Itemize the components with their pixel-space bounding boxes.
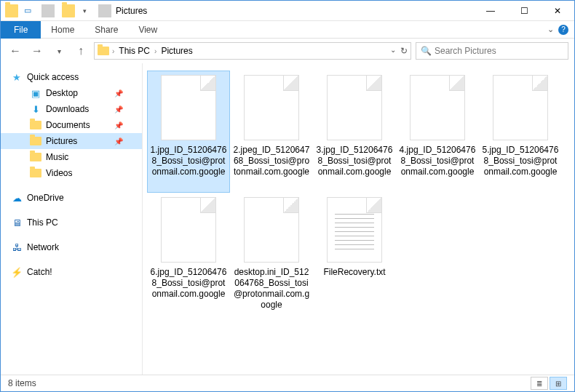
large-icons-view-button[interactable]: ⊞ xyxy=(550,377,567,390)
desktop-icon: ▣ xyxy=(30,87,41,99)
documents-icon xyxy=(30,119,41,131)
star-icon: ★ xyxy=(11,71,23,83)
tab-share[interactable]: Share xyxy=(84,22,128,38)
file-name: desktop.ini_ID_512064768_Bossi_tosi@prot… xyxy=(233,267,310,311)
up-button[interactable]: ↑ xyxy=(72,42,90,60)
sidebar-item-label: Catch! xyxy=(27,267,52,277)
status-item-count: 8 items xyxy=(8,378,36,388)
text-file-icon xyxy=(327,197,382,263)
chevron-right-icon[interactable]: › xyxy=(112,47,114,55)
folder-icon xyxy=(62,4,75,17)
pin-icon: 📌 xyxy=(114,121,123,129)
sidebar-item-label: Documents xyxy=(46,120,90,130)
sidebar-thispc[interactable]: 🖥 This PC xyxy=(1,215,142,231)
search-input[interactable]: 🔍 Search Pictures xyxy=(416,42,568,60)
network-icon: 🖧 xyxy=(11,241,23,253)
divider xyxy=(41,4,55,17)
sidebar-item-label: Downloads xyxy=(46,104,89,114)
sidebar-item-music[interactable]: Music xyxy=(1,149,142,165)
sidebar-item-label: Quick access xyxy=(27,72,79,82)
navbar: ← → ▾ ↑ › This PC › Pictures ⌄ ↻ 🔍 Searc… xyxy=(1,39,574,63)
forward-button[interactable]: → xyxy=(28,42,46,60)
expand-ribbon-icon[interactable]: ⌄ xyxy=(547,25,554,35)
sidebar-item-label: Desktop xyxy=(46,88,78,98)
tab-file[interactable]: File xyxy=(1,21,41,39)
pin-icon: 📌 xyxy=(114,137,123,145)
sidebar-item-documents[interactable]: Documents 📌 xyxy=(1,117,142,133)
close-button[interactable]: ✕ xyxy=(541,1,574,21)
onedrive-icon: ☁ xyxy=(11,192,23,204)
file-item[interactable]: 6.jpg_ID_512064768_Bossi_tosi@protonmail… xyxy=(147,193,230,315)
sidebar-item-videos[interactable]: Videos xyxy=(1,165,142,181)
chevron-down-icon[interactable]: ▾ xyxy=(78,4,91,17)
help-icon[interactable]: ? xyxy=(558,25,568,35)
file-name: 1.jpg_ID_512064768_Bossi_tosi@protonmail… xyxy=(150,145,227,177)
videos-icon xyxy=(30,167,41,179)
file-name: 2.jpeg_ID_512064768_Bossi_tosi@protonmai… xyxy=(233,145,310,177)
sidebar-item-label: Music xyxy=(46,152,68,162)
blank-file-icon xyxy=(244,75,299,140)
details-view-button[interactable]: ≣ xyxy=(531,377,548,390)
sidebar-item-downloads[interactable]: ⬇ Downloads 📌 xyxy=(1,101,142,117)
back-button[interactable]: ← xyxy=(7,42,24,60)
sidebar-item-label: Pictures xyxy=(46,136,77,146)
file-name: 3.jpg_ID_512064768_Bossi_tosi@protonmail… xyxy=(316,145,393,177)
properties-icon[interactable]: ▭ xyxy=(21,4,34,17)
divider xyxy=(98,4,111,17)
tab-view[interactable]: View xyxy=(128,22,167,38)
maximize-button[interactable]: ☐ xyxy=(507,1,541,21)
sidebar-onedrive[interactable]: ☁ OneDrive xyxy=(1,190,142,206)
blank-file-icon xyxy=(244,197,299,263)
titlebar: ▭ ▾ Pictures — ☐ ✕ xyxy=(1,1,574,21)
sidebar-quick-access[interactable]: ★ Quick access xyxy=(1,69,142,85)
quick-access-toolbar: ▭ ▾ xyxy=(5,4,116,17)
blank-file-icon xyxy=(327,75,382,140)
blank-file-icon xyxy=(410,75,465,140)
refresh-icon[interactable]: ↻ xyxy=(400,46,408,56)
pictures-icon xyxy=(30,135,41,147)
search-icon: 🔍 xyxy=(421,46,432,56)
file-item[interactable]: desktop.ini_ID_512064768_Bossi_tosi@prot… xyxy=(230,193,313,315)
search-placeholder: Search Pictures xyxy=(435,46,496,56)
pin-icon: 📌 xyxy=(114,89,123,97)
folder-icon xyxy=(5,4,18,17)
blank-file-icon xyxy=(161,75,216,140)
thispc-icon: 🖥 xyxy=(11,217,23,228)
tab-home[interactable]: Home xyxy=(41,22,84,38)
sidebar-item-pictures[interactable]: Pictures 📌 xyxy=(1,133,142,149)
minimize-button[interactable]: — xyxy=(474,1,507,21)
breadcrumb-thispc[interactable]: This PC xyxy=(117,46,151,56)
sidebar-item-label: Videos xyxy=(46,168,72,178)
sidebar-network[interactable]: 🖧 Network xyxy=(1,239,142,255)
sidebar-item-label: OneDrive xyxy=(27,193,64,203)
file-item[interactable]: 5.jpg_ID_512064768_Bossi_tosi@protonmail… xyxy=(479,71,562,193)
address-bar[interactable]: › This PC › Pictures ⌄ ↻ xyxy=(94,42,411,60)
recent-locations-button[interactable]: ▾ xyxy=(50,42,68,60)
downloads-icon: ⬇ xyxy=(30,103,41,115)
navigation-pane: ★ Quick access ▣ Desktop 📌 ⬇ Downloads 📌… xyxy=(1,63,143,376)
statusbar: 8 items ≣ ⊞ xyxy=(1,375,574,391)
blank-file-icon xyxy=(493,75,548,140)
sidebar-item-label: Network xyxy=(27,242,59,252)
file-item[interactable]: 4.jpg_ID_512064768_Bossi_tosi@protonmail… xyxy=(396,71,479,193)
file-name: 6.jpg_ID_512064768_Bossi_tosi@protonmail… xyxy=(150,267,227,300)
music-icon xyxy=(30,151,41,163)
file-name: FileRecovery.txt xyxy=(323,267,385,278)
pin-icon: 📌 xyxy=(114,105,123,113)
file-grid[interactable]: 1.jpg_ID_512064768_Bossi_tosi@protonmail… xyxy=(143,63,574,376)
chevron-right-icon[interactable]: › xyxy=(154,47,156,55)
file-item[interactable]: FileRecovery.txt xyxy=(313,193,396,315)
file-item[interactable]: 2.jpeg_ID_512064768_Bossi_tosi@protonmai… xyxy=(230,71,313,193)
sidebar-catch[interactable]: ⚡ Catch! xyxy=(1,264,142,280)
blank-file-icon xyxy=(161,197,216,263)
chevron-down-icon[interactable]: ⌄ xyxy=(390,46,396,56)
ribbon: File Home Share View ⌄ ? xyxy=(1,21,574,39)
file-item[interactable]: 1.jpg_ID_512064768_Bossi_tosi@protonmail… xyxy=(147,71,230,193)
breadcrumb-pictures[interactable]: Pictures xyxy=(159,46,194,56)
folder-icon xyxy=(98,45,109,57)
file-item[interactable]: 3.jpg_ID_512064768_Bossi_tosi@protonmail… xyxy=(313,71,396,193)
file-name: 4.jpg_ID_512064768_Bossi_tosi@protonmail… xyxy=(399,145,476,177)
sidebar-item-desktop[interactable]: ▣ Desktop 📌 xyxy=(1,85,142,101)
catch-icon: ⚡ xyxy=(11,266,23,278)
sidebar-item-label: This PC xyxy=(27,217,58,228)
